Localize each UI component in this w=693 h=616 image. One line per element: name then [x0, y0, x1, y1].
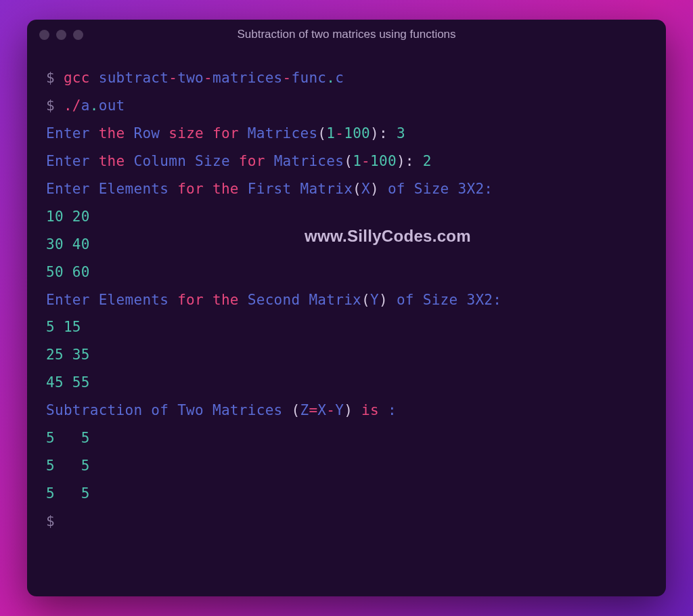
terminal-line: Enter Elements for the Second Matrix(Y) …: [46, 286, 647, 314]
terminal-line: $ ./a.out: [46, 92, 647, 120]
window-title: Subtraction of two matrices using functi…: [27, 28, 666, 41]
matrix-z-row: 5 5: [46, 480, 647, 508]
row-size-input: 3: [397, 125, 405, 141]
minimize-icon[interactable]: [56, 30, 66, 40]
terminal-line: Subtraction of Two Matrices (Z=X-Y) is :: [46, 397, 647, 424]
matrix-y-row: 5 15: [46, 313, 647, 341]
terminal-line: Enter the Column Size for Matrices(1-100…: [46, 148, 647, 175]
maximize-icon[interactable]: [73, 30, 83, 40]
terminal-line: Enter the Row size for Matrices(1-100): …: [46, 120, 647, 148]
prompt-symbol: $: [46, 70, 55, 86]
column-size-input: 2: [423, 153, 432, 169]
command-gcc: gcc: [64, 70, 90, 86]
close-icon[interactable]: [39, 30, 49, 40]
traffic-lights: [39, 30, 83, 40]
terminal-line: $ gcc subtract-two-matrices-func.c: [46, 64, 647, 92]
terminal-window: Subtraction of two matrices using functi…: [27, 20, 666, 596]
matrix-z-row: 5 5: [46, 452, 647, 480]
terminal-line: $: [46, 508, 647, 535]
terminal-content[interactable]: www.SillyCodes.com $ gcc subtract-two-ma…: [27, 49, 666, 596]
watermark: www.SillyCodes.com: [305, 221, 471, 252]
matrix-z-row: 5 5: [46, 424, 647, 452]
prompt-symbol: $: [46, 97, 55, 114]
prompt-symbol: $: [46, 513, 55, 529]
terminal-line: Enter Elements for the First Matrix(X) o…: [46, 175, 647, 203]
command-run: ./: [64, 97, 81, 114]
matrix-y-row: 25 35: [46, 341, 647, 369]
matrix-y-row: 45 55: [46, 369, 647, 397]
title-bar: Subtraction of two matrices using functi…: [27, 20, 666, 49]
matrix-x-row: 50 60: [46, 259, 647, 286]
